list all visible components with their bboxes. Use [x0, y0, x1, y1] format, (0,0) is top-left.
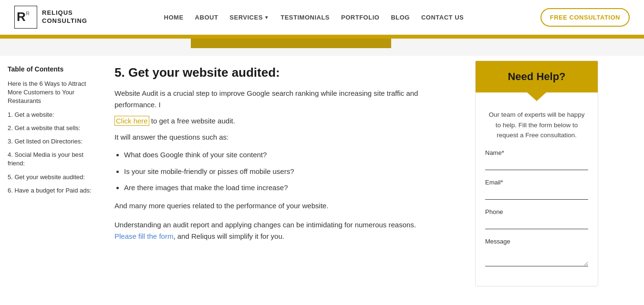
- phone-input[interactable]: [485, 217, 588, 229]
- help-card-description: Our team of experts will be happy to hel…: [485, 110, 588, 141]
- message-label: Message: [485, 238, 588, 245]
- understanding-line1: Understanding an audit report and applyi…: [114, 221, 416, 229]
- toc-item-4[interactable]: 4. Social Media is your best friend:: [8, 151, 97, 168]
- chevron-down-icon: ▼: [264, 15, 269, 20]
- click-here-link[interactable]: Click here: [114, 116, 149, 126]
- page-layout: Table of Contents Here is the 6 Ways to …: [0, 56, 644, 296]
- gold-accent-strip: [0, 35, 644, 39]
- toc-item-3[interactable]: 3. Get listed on Directories:: [8, 137, 97, 146]
- help-card: Need Help? Our team of experts will be h…: [475, 61, 598, 286]
- it-will-text: It will answer the questions such as:: [114, 132, 453, 143]
- phone-field-group: Phone: [485, 208, 588, 229]
- name-label: Name*: [485, 149, 588, 156]
- question-2: Is your site mobile-friendly or pisses o…: [124, 166, 453, 177]
- help-card-title: Need Help?: [485, 71, 588, 83]
- nav-about[interactable]: ABOUT: [195, 14, 218, 21]
- site-header: R R RELIQUS CONSULTING HOME ABOUT SERVIC…: [0, 0, 644, 35]
- question-1: What does Google think of your site cont…: [124, 150, 453, 161]
- and-more-text: And many more queries related to the per…: [114, 200, 453, 212]
- question-3: Are there images that make the load time…: [124, 183, 453, 193]
- logo-icon: R R: [14, 6, 37, 29]
- message-field-group: Message: [485, 238, 588, 268]
- after-please-text: , and Reliqus will simplify it for you.: [173, 232, 284, 240]
- email-label: Email*: [485, 179, 588, 186]
- nav-portfolio[interactable]: PORTFOLIO: [341, 14, 379, 21]
- svg-text:R: R: [17, 10, 26, 24]
- understanding-paragraph: Understanding an audit report and applyi…: [114, 219, 453, 242]
- nav-home[interactable]: HOME: [164, 14, 184, 21]
- toc-item-6[interactable]: 6. Have a budget for Paid ads:: [8, 186, 97, 195]
- toc-title: Table of Contents: [8, 65, 97, 73]
- toc-item-intro[interactable]: Here is the 6 Ways to Attract More Custo…: [8, 80, 97, 106]
- logo[interactable]: R R RELIQUS CONSULTING: [14, 6, 87, 29]
- phone-label: Phone: [485, 208, 588, 215]
- intro-paragraph: Website Audit is a crucial step to impro…: [114, 88, 453, 111]
- article-image: [191, 39, 391, 48]
- toc-item-2[interactable]: 2. Get a website that sells:: [8, 124, 97, 132]
- email-field-group: Email*: [485, 179, 588, 200]
- name-field-group: Name*: [485, 149, 588, 170]
- questions-list: What does Google think of your site cont…: [124, 150, 453, 193]
- help-card-body: Our team of experts will be happy to hel…: [476, 92, 598, 286]
- help-card-header: Need Help?: [476, 61, 598, 92]
- nav-services-label[interactable]: SERVICES: [229, 14, 263, 21]
- sidebar: Table of Contents Here is the 6 Ways to …: [0, 56, 105, 296]
- logo-text: RELIQUS CONSULTING: [42, 9, 87, 25]
- free-consultation-button[interactable]: FREE CONSULTATION: [540, 8, 630, 27]
- nav-testimonials[interactable]: TESTIMONIALS: [280, 14, 330, 21]
- right-panel: Need Help? Our team of experts will be h…: [467, 56, 606, 296]
- nav-contact[interactable]: CONTACT US: [421, 14, 464, 21]
- toc-item-5[interactable]: 5. Get your website audited:: [8, 173, 97, 182]
- section-heading: 5. Get your website audited:: [114, 65, 453, 80]
- name-input[interactable]: [485, 158, 588, 170]
- toc-item-1[interactable]: 1. Get a website:: [8, 111, 97, 119]
- email-input[interactable]: [485, 188, 588, 200]
- nav-blog[interactable]: BLOG: [391, 14, 410, 21]
- click-here-paragraph: Click here to get a free website audit.: [114, 115, 453, 127]
- article-content: 5. Get your website audited: Website Aud…: [105, 56, 467, 296]
- svg-text:R: R: [26, 10, 30, 16]
- main-nav: HOME ABOUT SERVICES ▼ TESTIMONIALS PORTF…: [164, 14, 464, 21]
- message-input[interactable]: [485, 247, 588, 266]
- please-fill-form-link[interactable]: Please fill the form: [114, 232, 173, 240]
- after-click-text: to get a free website audit.: [149, 117, 235, 125]
- nav-services[interactable]: SERVICES ▼: [229, 14, 269, 21]
